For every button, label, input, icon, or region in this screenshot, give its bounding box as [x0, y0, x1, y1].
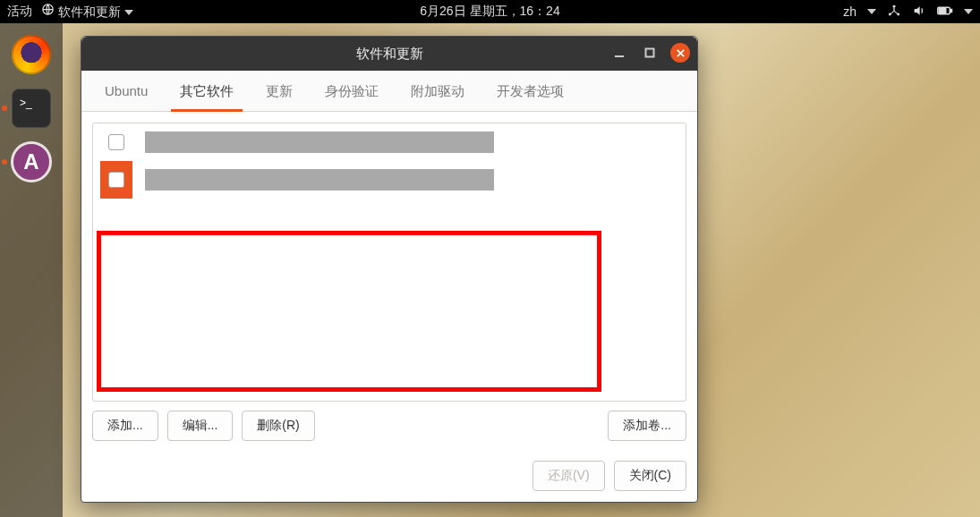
source-row[interactable]: [93, 161, 686, 199]
tab-updates[interactable]: 更新: [250, 71, 309, 111]
tab-authentication[interactable]: 身份验证: [309, 71, 395, 111]
battery-icon[interactable]: [937, 4, 953, 20]
network-icon[interactable]: [887, 4, 901, 21]
source-checkbox[interactable]: [108, 172, 124, 188]
software-updater-icon: A: [11, 141, 52, 182]
chevron-down-icon: [867, 9, 876, 14]
window-controls: [609, 43, 690, 63]
software-and-updates-window: 软件和更新 Ubuntu 其它软件 更新 身份验证 附加驱动 开发者选项: [81, 36, 698, 503]
source-row[interactable]: [93, 123, 686, 161]
revert-button[interactable]: 还原(V): [533, 461, 605, 491]
chevron-down-icon: [964, 9, 973, 14]
minimize-button[interactable]: [609, 43, 629, 63]
window-title: 软件和更新: [356, 46, 423, 63]
dock-item-terminal[interactable]: >_: [9, 86, 54, 131]
source-buttons-row: 添加... 编辑... 删除(R) 添加卷...: [92, 411, 686, 441]
app-menu[interactable]: 软件和更新: [41, 3, 133, 21]
edit-button[interactable]: 编辑...: [167, 411, 234, 441]
dock: >_ A: [0, 23, 63, 517]
running-indicator: [2, 106, 7, 111]
add-button[interactable]: 添加...: [92, 411, 158, 441]
source-checkbox[interactable]: [108, 134, 124, 150]
firefox-icon: [12, 35, 51, 74]
add-volume-button[interactable]: 添加卷...: [608, 411, 686, 441]
software-sources-list[interactable]: [92, 123, 686, 402]
remove-button[interactable]: 删除(R): [242, 411, 314, 441]
terminal-icon: >_: [12, 89, 51, 128]
svg-rect-5: [950, 9, 952, 12]
app-menu-label: 软件和更新: [58, 4, 121, 19]
svg-point-1: [893, 4, 896, 7]
maximize-button[interactable]: [640, 43, 660, 63]
titlebar[interactable]: 软件和更新: [81, 37, 697, 71]
desktop: >_ A 软件和更新 Ubuntu 其它软件: [0, 23, 980, 517]
source-label: [145, 169, 494, 191]
svg-rect-7: [615, 55, 624, 57]
clock[interactable]: 6月26日 星期五，16：24: [420, 4, 559, 20]
source-label: [145, 131, 494, 153]
input-method-indicator[interactable]: zh: [843, 4, 856, 19]
globe-icon: [41, 3, 55, 19]
tab-content: 添加... 编辑... 删除(R) 添加卷...: [81, 112, 697, 452]
top-panel-right: zh: [843, 4, 973, 21]
tab-other-software[interactable]: 其它软件: [164, 71, 250, 111]
tab-additional-drivers[interactable]: 附加驱动: [395, 71, 481, 111]
dock-item-firefox[interactable]: [9, 32, 54, 77]
svg-rect-6: [939, 8, 946, 13]
tab-developer-options[interactable]: 开发者选项: [481, 71, 580, 111]
dialog-footer: 还原(V) 关闭(C): [81, 452, 697, 502]
chevron-down-icon: [124, 10, 133, 15]
annotation-rectangle: [97, 231, 601, 392]
close-dialog-button[interactable]: 关闭(C): [614, 461, 686, 491]
close-button[interactable]: [670, 43, 690, 63]
dock-item-software-updater[interactable]: A: [9, 140, 54, 184]
tab-ubuntu[interactable]: Ubuntu: [89, 71, 164, 111]
top-panel-left: 活动 软件和更新: [7, 3, 133, 21]
top-panel: 活动 软件和更新 6月26日 星期五，16：24 zh: [0, 0, 980, 23]
activities-button[interactable]: 活动: [7, 4, 32, 20]
volume-icon[interactable]: [912, 4, 926, 21]
running-indicator: [2, 159, 7, 165]
tabs: Ubuntu 其它软件 更新 身份验证 附加驱动 开发者选项: [81, 71, 697, 112]
svg-rect-8: [646, 49, 654, 57]
